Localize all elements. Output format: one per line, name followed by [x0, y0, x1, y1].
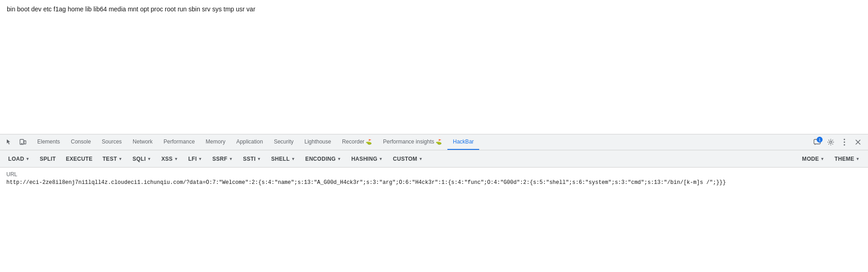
- tab-lighthouse[interactable]: Lighthouse: [299, 134, 337, 150]
- test-arrow-icon: ▼: [119, 157, 123, 161]
- ssti-arrow-icon: ▼: [257, 157, 261, 161]
- hackbar-lfi-button[interactable]: LFI ▼: [184, 154, 207, 164]
- xss-arrow-icon: ▼: [174, 157, 178, 161]
- tab-console[interactable]: Console: [65, 134, 96, 150]
- hashing-arrow-icon: ▼: [379, 157, 383, 161]
- url-label: URL: [6, 171, 862, 178]
- tab-performance-insights[interactable]: Performance insights ⛳: [377, 134, 447, 150]
- svg-point-7: [844, 144, 845, 146]
- device-toolbar-button[interactable]: [17, 137, 28, 148]
- svg-point-5: [844, 139, 845, 140]
- lfi-arrow-icon: ▼: [198, 157, 202, 161]
- devtools-toolbar: Elements Console Sources Network Perform…: [0, 134, 868, 150]
- hackbar-execute-button[interactable]: EXECUTE: [61, 154, 97, 164]
- tab-recorder[interactable]: Recorder ⛳: [337, 134, 377, 150]
- tab-security[interactable]: Security: [268, 134, 299, 150]
- custom-arrow-icon: ▼: [419, 157, 423, 161]
- hackbar-theme-button[interactable]: THEME ▼: [830, 154, 864, 164]
- performance-insights-icon: ⛳: [436, 139, 442, 145]
- hackbar-ssti-button[interactable]: SSTI ▼: [238, 154, 266, 164]
- hackbar-shell-button[interactable]: SHELL ▼: [267, 154, 300, 164]
- shell-arrow-icon: ▼: [291, 157, 295, 161]
- tab-performance[interactable]: Performance: [158, 134, 200, 150]
- hackbar-toolbar: LOAD ▼ SPLIT EXECUTE TEST ▼ SQLI ▼ XSS ▼…: [0, 150, 868, 168]
- encoding-arrow-icon: ▼: [337, 157, 341, 161]
- tab-hackbar[interactable]: HackBar: [447, 134, 479, 150]
- hackbar-hashing-button[interactable]: HASHING ▼: [347, 154, 387, 164]
- recorder-icon: ⛳: [366, 139, 372, 145]
- tab-application[interactable]: Application: [231, 134, 268, 150]
- hackbar-content: URL http://eci-2ze8il8enj7ni1lqll4z.clou…: [0, 168, 868, 272]
- load-arrow-icon: ▼: [25, 157, 30, 161]
- svg-point-6: [844, 142, 845, 143]
- devtools-panel: Elements Console Sources Network Perform…: [0, 134, 868, 272]
- hackbar-load-button[interactable]: LOAD ▼: [4, 154, 34, 164]
- devtools-icons-left: [4, 137, 28, 148]
- hackbar-sqli-button[interactable]: SQLI ▼: [128, 154, 156, 164]
- inspect-element-button[interactable]: [4, 137, 15, 148]
- more-options-button[interactable]: [838, 136, 851, 148]
- hackbar-split-button[interactable]: SPLIT: [35, 154, 60, 164]
- tab-elements[interactable]: Elements: [32, 134, 65, 150]
- hackbar-ssrf-button[interactable]: SSRF ▼: [208, 154, 238, 164]
- devtools-tabs: Elements Console Sources Network Perform…: [32, 134, 811, 150]
- hackbar-xss-button[interactable]: XSS ▼: [157, 154, 183, 164]
- svg-point-4: [830, 141, 832, 143]
- sqli-arrow-icon: ▼: [147, 157, 151, 161]
- hackbar-custom-button[interactable]: CUSTOM ▼: [388, 154, 427, 164]
- hackbar-mode-button[interactable]: MODE ▼: [798, 154, 829, 164]
- page-text-output: bin boot dev etc f1ag home lib lib64 med…: [7, 5, 255, 13]
- chat-button[interactable]: 1: [811, 136, 823, 148]
- tab-network[interactable]: Network: [127, 134, 158, 150]
- settings-button[interactable]: [824, 136, 837, 148]
- close-devtools-button[interactable]: [852, 136, 864, 148]
- svg-rect-1: [24, 141, 26, 144]
- hackbar-test-button[interactable]: TEST ▼: [98, 154, 127, 164]
- chat-badge: 1: [817, 137, 823, 143]
- tab-sources[interactable]: Sources: [96, 134, 127, 150]
- theme-arrow-icon: ▼: [856, 157, 860, 161]
- devtools-toolbar-right: 1: [811, 136, 864, 148]
- tab-memory[interactable]: Memory: [200, 134, 231, 150]
- browser-content-area: bin boot dev etc f1ag home lib lib64 med…: [0, 0, 868, 134]
- url-value[interactable]: http://eci-2ze8il8enj7ni1lqll4z.cloudeci…: [6, 178, 862, 187]
- mode-arrow-icon: ▼: [820, 157, 824, 161]
- ssrf-arrow-icon: ▼: [229, 157, 233, 161]
- hackbar-encoding-button[interactable]: ENCODING ▼: [301, 154, 346, 164]
